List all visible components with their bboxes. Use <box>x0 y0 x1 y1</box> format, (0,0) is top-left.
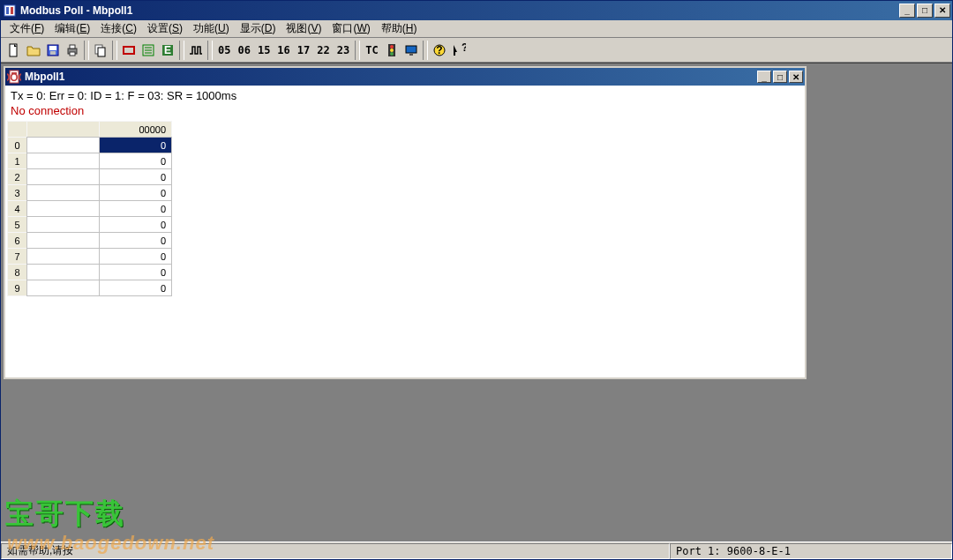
fc15-button[interactable]: 15 <box>254 44 274 56</box>
table-row[interactable]: 60 <box>8 233 172 249</box>
cell-alias[interactable] <box>27 169 100 185</box>
svg-rect-23 <box>406 46 416 53</box>
cell-alias[interactable] <box>27 233 100 249</box>
row-header[interactable]: 4 <box>8 201 27 217</box>
row-header[interactable]: 8 <box>8 265 27 280</box>
help-button[interactable]: ? <box>430 41 449 60</box>
toolbar-separator <box>355 41 360 60</box>
cell-alias[interactable] <box>27 249 100 265</box>
row-header[interactable]: 5 <box>8 217 27 233</box>
svg-point-20 <box>390 45 394 49</box>
svg-rect-2 <box>11 7 13 14</box>
row-header[interactable]: 9 <box>8 280 27 296</box>
table-row[interactable]: 70 <box>8 249 172 265</box>
tc-button[interactable]: TC <box>362 44 381 56</box>
fc16-button[interactable]: 16 <box>274 44 293 56</box>
row-header[interactable]: 7 <box>8 249 27 265</box>
toolbar-separator <box>423 41 428 60</box>
table-row[interactable]: 40 <box>8 201 172 217</box>
main-titlebar[interactable]: Modbus Poll - Mbpoll1 _ □ ✕ <box>1 1 952 20</box>
cell-value[interactable]: 0 <box>100 217 172 233</box>
cell-value[interactable]: 0 <box>100 153 172 169</box>
table-row[interactable]: 10 <box>8 153 172 169</box>
fc06-button[interactable]: 06 <box>234 44 253 56</box>
child-minimize-button[interactable]: _ <box>757 71 771 83</box>
copy-button[interactable] <box>91 41 110 60</box>
maximize-button[interactable]: □ <box>917 4 933 18</box>
connect-button[interactable] <box>119 41 139 60</box>
table-row[interactable]: 30 <box>8 185 172 201</box>
svg-text:?: ? <box>461 43 466 54</box>
row-header[interactable]: 2 <box>8 169 27 185</box>
main-window: Modbus Poll - Mbpoll1 _ □ ✕ 文件(F) 编辑(E) … <box>0 0 953 560</box>
col-header-address[interactable]: 00000 <box>100 122 172 138</box>
child-maximize-button[interactable]: □ <box>773 71 787 83</box>
table-row[interactable]: 90 <box>8 280 172 296</box>
context-help-button[interactable]: ? <box>449 41 469 60</box>
child-close-button[interactable]: ✕ <box>789 71 803 83</box>
menu-help[interactable]: 帮助(H) <box>376 19 423 38</box>
svg-rect-24 <box>409 54 413 56</box>
svg-rect-5 <box>49 46 56 50</box>
svg-rect-8 <box>70 45 75 49</box>
monitor-button[interactable] <box>401 41 421 60</box>
menu-file[interactable]: 文件(F) <box>4 19 49 38</box>
row-header[interactable]: 1 <box>8 153 27 169</box>
excel-button[interactable]: E <box>158 41 177 60</box>
svg-text:?: ? <box>436 44 442 56</box>
menu-edit[interactable]: 编辑(E) <box>49 19 95 38</box>
menu-window[interactable]: 窗口(W) <box>326 19 375 38</box>
row-header[interactable]: 3 <box>8 185 27 201</box>
fc05-button[interactable]: 05 <box>214 44 234 56</box>
cell-value[interactable]: 0 <box>100 233 172 249</box>
new-button[interactable] <box>4 41 24 60</box>
menu-settings[interactable]: 设置(S) <box>142 19 188 38</box>
menu-view[interactable]: 视图(V) <box>281 19 326 38</box>
mdi-client-area[interactable]: DOC Mbpoll1 _ □ ✕ Tx = 0: Err = 0: ID = … <box>1 63 952 541</box>
cell-alias[interactable] <box>27 138 100 153</box>
pulse-button[interactable] <box>186 41 206 60</box>
document-icon: DOC <box>7 70 21 84</box>
svg-rect-11 <box>98 48 105 56</box>
cell-alias[interactable] <box>27 217 100 233</box>
cell-alias[interactable] <box>27 185 100 201</box>
cell-value[interactable]: 0 <box>100 169 172 185</box>
print-button[interactable] <box>63 41 82 60</box>
svg-rect-12 <box>124 47 134 54</box>
cell-alias[interactable] <box>27 280 100 296</box>
row-header[interactable]: 6 <box>8 233 27 249</box>
cell-value[interactable]: 0 <box>100 185 172 201</box>
open-button[interactable] <box>24 41 43 60</box>
minimize-button[interactable]: _ <box>899 4 915 18</box>
fc17-button[interactable]: 17 <box>294 44 313 56</box>
cell-value[interactable]: 0 <box>100 138 172 153</box>
cell-value[interactable]: 0 <box>100 280 172 296</box>
cell-value[interactable]: 0 <box>100 249 172 265</box>
table-row[interactable]: 80 <box>8 265 172 280</box>
fc23-button[interactable]: 23 <box>334 44 353 56</box>
table-row[interactable]: 20 <box>8 169 172 185</box>
row-header[interactable]: 0 <box>8 138 27 153</box>
table-row[interactable]: 50 <box>8 217 172 233</box>
child-body: Tx = 0: Err = 0: ID = 1: F = 03: SR = 10… <box>5 86 805 377</box>
fc22-button[interactable]: 22 <box>313 44 333 56</box>
menu-display[interactable]: 显示(D) <box>235 19 281 38</box>
table-row[interactable]: 00 <box>8 138 172 153</box>
menu-function[interactable]: 功能(U) <box>188 19 235 38</box>
traffic-button[interactable] <box>382 41 401 60</box>
menu-connect[interactable]: 连接(C) <box>95 19 142 38</box>
close-button[interactable]: ✕ <box>934 4 950 18</box>
svg-rect-1 <box>6 7 9 14</box>
cell-alias[interactable] <box>27 201 100 217</box>
child-titlebar[interactable]: DOC Mbpoll1 _ □ ✕ <box>5 68 805 86</box>
corner-header[interactable] <box>8 122 27 138</box>
settings-button[interactable] <box>139 41 158 60</box>
col-header-alias[interactable] <box>27 122 100 138</box>
cell-value[interactable]: 0 <box>100 265 172 280</box>
svg-point-22 <box>390 52 394 56</box>
cell-alias[interactable] <box>27 265 100 280</box>
data-grid[interactable]: 00000 00102030405060708090 <box>7 121 172 296</box>
cell-value[interactable]: 0 <box>100 201 172 217</box>
save-button[interactable] <box>43 41 63 60</box>
cell-alias[interactable] <box>27 153 100 169</box>
